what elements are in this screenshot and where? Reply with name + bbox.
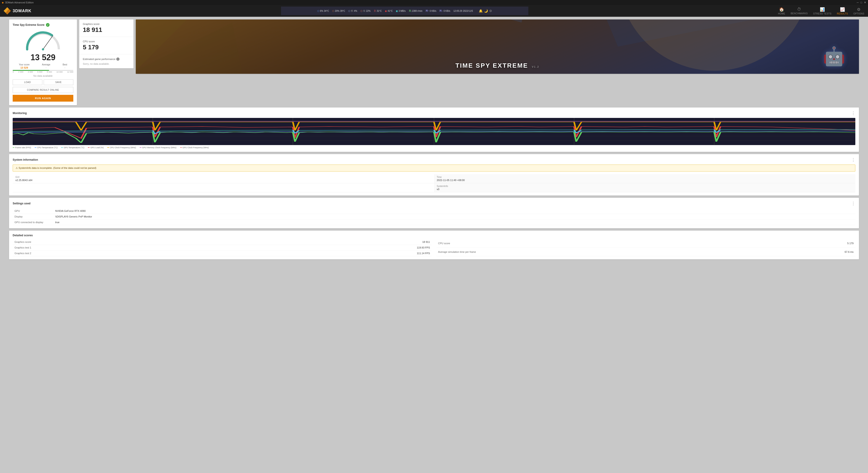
chart-area xyxy=(13,118,855,145)
nav-home[interactable]: 🏠 HOME xyxy=(778,7,785,15)
nav-options[interactable]: ⚙ OPTIONS xyxy=(853,7,864,15)
compare-online-button[interactable]: COMPARE RESULT ONLINE xyxy=(13,87,73,93)
close-btn[interactable]: ✕ xyxy=(864,1,866,4)
options-icon: ⚙ xyxy=(857,7,861,12)
monitoring-header: Monitoring ⋮ xyxy=(13,111,855,116)
cpu-score-value: 5 179 xyxy=(83,44,130,51)
gpu-usage: ⬡ 20% 39°C xyxy=(332,10,345,12)
maximize-btn[interactable]: □ xyxy=(861,1,862,4)
gfx-test2-val: 111.14 FPS xyxy=(243,251,432,256)
nav-options-label: OPTIONS xyxy=(853,12,864,15)
average-value: - xyxy=(46,66,46,69)
settings-header: Settings used ⋮ xyxy=(13,201,855,206)
cpu-score-val: 5 179 xyxy=(758,239,855,248)
app-title: 3DMark Advanced Edition xyxy=(5,1,34,4)
theme-icon[interactable]: 🌙 xyxy=(484,9,488,13)
settings-more-icon[interactable]: ⋮ xyxy=(851,201,855,206)
svg-point-1 xyxy=(42,48,44,51)
settings-icon[interactable]: ⚙ xyxy=(489,9,492,13)
mem-icon: ⬡ xyxy=(348,10,350,12)
results-icon: 📈 xyxy=(840,7,845,12)
gui-val: v2.25.8043 s64 xyxy=(16,179,431,182)
disk-icon: ▣ xyxy=(396,10,398,12)
fan-icon: 风 xyxy=(409,9,411,12)
warning-bar: ⚠ SystemInfo data is incomplete. (Some o… xyxy=(13,164,855,171)
empty-cell xyxy=(13,183,434,192)
average-label: Average xyxy=(42,63,50,66)
monitoring-more-icon[interactable]: ⋮ xyxy=(851,111,855,116)
table-row: GPU connected to display true xyxy=(13,220,855,225)
detailed-scores-card: Detailed scores Graphics score 18 911 Gr… xyxy=(9,231,859,259)
detail-table-right: CPU score 5 179 Average simulation time … xyxy=(436,239,855,256)
cpu-icon: ⬡ xyxy=(317,10,319,12)
sysinfo-more-icon[interactable]: ⋮ xyxy=(851,157,855,162)
no-data-label: No data available xyxy=(13,74,73,77)
banner-title: TIME SPY EXTREME v1.2 xyxy=(136,62,859,69)
table-row: Graphics score 18 911 xyxy=(13,239,432,245)
logo-text: 3DMARK xyxy=(13,9,31,13)
banner-version: v1.2 xyxy=(532,66,539,68)
save-button[interactable]: SAVE xyxy=(44,80,73,85)
gpu-connected-val: true xyxy=(53,220,855,225)
gpu-val: NVIDIA GeForce RTX 4090 xyxy=(53,208,855,214)
nav-results[interactable]: 📈 RESULTS xyxy=(837,7,848,15)
gauge-svg xyxy=(23,29,63,52)
legend-framerate: Frame rate (FPS) xyxy=(13,147,31,149)
svg-line-0 xyxy=(43,36,53,49)
best-item: Best - xyxy=(63,63,67,69)
app-icon: ◆ xyxy=(2,1,4,4)
datetime: 12:05:29 2022/11/5 xyxy=(454,10,473,12)
table-row: GPU NVIDIA GeForce RTX 4090 xyxy=(13,208,855,214)
table-row: Graphics test 1 119.93 FPS xyxy=(13,245,432,251)
settings-card: Settings used ⋮ GPU NVIDIA GeForce RTX 4… xyxy=(9,198,859,228)
nav-benchmarks[interactable]: ⏱ BENCHMARKS xyxy=(790,7,808,15)
stress-icon: 📊 xyxy=(820,7,825,12)
sysinfo-val: v0 xyxy=(437,188,852,191)
legend-gpu-load: GPU Load (%) xyxy=(88,147,104,149)
score-card-title: Time Spy Extreme Score ✓ xyxy=(13,23,73,27)
sysinfo-header: System information ⋮ xyxy=(13,157,855,162)
cpu-temp: 主 31°C xyxy=(374,9,382,12)
notification-icon[interactable]: 🔔 xyxy=(479,9,483,13)
legend-cpu-clock: CPU Clock Frequency (MHz) xyxy=(107,147,136,149)
display-key: Display xyxy=(13,214,53,220)
your-score-value: 13 529 xyxy=(20,66,28,69)
load-button[interactable]: LOAD xyxy=(13,80,42,85)
gui-key: GUI xyxy=(16,176,431,178)
run-again-button[interactable]: RUN AGAIN xyxy=(13,95,73,102)
graphics-score-value: 18 911 xyxy=(83,26,130,33)
gpu-key: GPU xyxy=(13,208,53,214)
score-card: Time Spy Extreme Score ✓ 13 xyxy=(9,20,77,105)
legend-gpu-clock: GPU Clock Frequency (MHz) xyxy=(180,147,209,149)
cpu-clock-dot xyxy=(107,147,109,148)
nav-stress-label: STRESS TESTS xyxy=(813,12,832,15)
big-score: 13 529 xyxy=(13,54,73,62)
monitoring-chart xyxy=(13,118,855,145)
svg-point-2 xyxy=(26,48,28,51)
score-bar-track xyxy=(13,70,73,71)
info-grid: GUI v2.25.8043 s64 Time 2022-11-05 11:49… xyxy=(13,174,855,192)
gpu-load-dot xyxy=(88,147,90,148)
est-perf-section: Estimated game performance i Sorry, no d… xyxy=(79,54,133,68)
gpu-clock-dot xyxy=(180,147,182,148)
gfx-test2-key: Graphics test 2 xyxy=(13,251,243,256)
detail-grid: Graphics score 18 911 Graphics test 1 11… xyxy=(13,239,855,256)
graphics-score-key: Graphics score xyxy=(13,239,243,245)
cpu-temp-dot xyxy=(35,147,36,148)
graphics-score-val: 18 911 xyxy=(243,239,432,245)
net-up-icon: 网↑ xyxy=(426,9,429,12)
display-val: \\DISPLAY6 Generic PnP Monitor xyxy=(53,214,855,220)
sysinfo-key: SystemInfo xyxy=(437,185,852,187)
banner: 🤖 TIME SPY EXTREME v1.2 xyxy=(136,20,859,74)
disk-speed: ▣ 3 MB/s xyxy=(396,10,405,12)
net-up: 网↑ 0 KB/s xyxy=(426,9,436,12)
legend-cpu-temp: CPU Temperature (°C) xyxy=(35,147,58,149)
gpu-temp-icon: ◉ xyxy=(385,10,387,12)
mem-usage: ⬡ 帧 4% xyxy=(348,9,357,12)
logo-icon xyxy=(4,7,11,14)
table-row: Average simulation time per frame 67.6 m… xyxy=(436,248,855,256)
table-row: CPU score 5 179 xyxy=(436,239,855,248)
legend-gpu-temp: GPU Temperature (°C) xyxy=(61,147,84,149)
nav-stress-tests[interactable]: 📊 STRESS TESTS xyxy=(813,7,832,15)
minimize-btn[interactable]: ─ xyxy=(857,1,859,4)
